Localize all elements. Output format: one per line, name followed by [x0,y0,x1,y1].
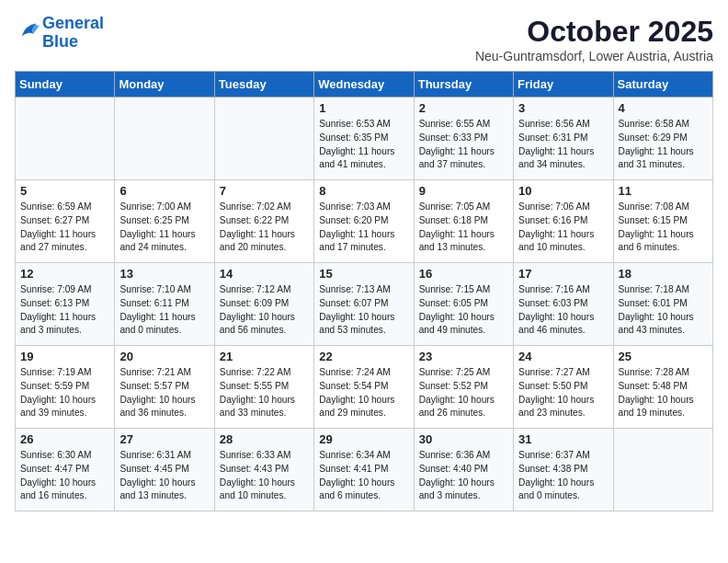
cell-sun-info: Sunrise: 7:27 AM Sunset: 5:50 PM Dayligh… [518,366,608,420]
calendar-cell: 20Sunrise: 7:21 AM Sunset: 5:57 PM Dayli… [115,346,214,429]
cell-sun-info: Sunrise: 7:10 AM Sunset: 6:11 PM Dayligh… [119,283,209,338]
header: General Blue October 2025 Neu-Guntramsdo… [15,15,713,63]
cell-sun-info: Sunrise: 7:12 AM Sunset: 6:09 PM Dayligh… [220,283,309,338]
day-number: 30 [419,432,508,446]
cell-sun-info: Sunrise: 6:55 AM Sunset: 6:33 PM Dayligh… [419,118,508,172]
calendar-cell: 10Sunrise: 7:06 AM Sunset: 6:16 PM Dayli… [514,180,613,263]
day-number: 29 [319,432,408,446]
cell-sun-info: Sunrise: 6:31 AM Sunset: 4:45 PM Dayligh… [119,449,209,503]
cell-sun-info: Sunrise: 7:24 AM Sunset: 5:54 PM Dayligh… [319,366,408,420]
day-number: 31 [518,432,608,446]
cell-sun-info: Sunrise: 6:37 AM Sunset: 4:38 PM Dayligh… [518,449,608,503]
weekday-header-cell: Thursday [414,72,513,98]
cell-sun-info: Sunrise: 7:00 AM Sunset: 6:25 PM Dayligh… [119,201,209,255]
calendar-cell: 28Sunrise: 6:33 AM Sunset: 4:43 PM Dayli… [214,429,313,511]
day-number: 6 [119,184,209,198]
calendar-cell: 14Sunrise: 7:12 AM Sunset: 6:09 PM Dayli… [214,263,313,346]
calendar-cell: 19Sunrise: 7:19 AM Sunset: 5:59 PM Dayli… [16,346,115,429]
cell-sun-info: Sunrise: 7:16 AM Sunset: 6:03 PM Dayligh… [518,283,608,338]
calendar-cell: 17Sunrise: 7:16 AM Sunset: 6:03 PM Dayli… [514,263,613,346]
calendar-cell [613,429,712,511]
calendar-cell: 31Sunrise: 6:37 AM Sunset: 4:38 PM Dayli… [514,429,613,511]
cell-sun-info: Sunrise: 7:13 AM Sunset: 6:07 PM Dayligh… [319,283,408,338]
title-area: October 2025 Neu-Guntramsdorf, Lower Aus… [475,15,713,63]
calendar-body: 1Sunrise: 6:53 AM Sunset: 6:35 PM Daylig… [16,98,713,511]
calendar-cell: 2Sunrise: 6:55 AM Sunset: 6:33 PM Daylig… [414,98,513,180]
calendar-cell: 23Sunrise: 7:25 AM Sunset: 5:52 PM Dayli… [414,346,513,429]
calendar-cell: 4Sunrise: 6:58 AM Sunset: 6:29 PM Daylig… [613,98,712,180]
day-number: 14 [220,267,309,281]
day-number: 1 [319,101,408,115]
day-number: 21 [220,350,309,363]
calendar-cell: 29Sunrise: 6:34 AM Sunset: 4:41 PM Dayli… [314,429,414,511]
calendar-cell: 22Sunrise: 7:24 AM Sunset: 5:54 PM Dayli… [314,346,414,429]
calendar-cell: 1Sunrise: 6:53 AM Sunset: 6:35 PM Daylig… [314,98,414,180]
calendar-cell [16,98,115,180]
day-number: 10 [518,184,608,198]
calendar-cell: 6Sunrise: 7:00 AM Sunset: 6:25 PM Daylig… [115,180,214,263]
cell-sun-info: Sunrise: 6:56 AM Sunset: 6:31 PM Dayligh… [518,118,608,172]
cell-sun-info: Sunrise: 7:15 AM Sunset: 6:05 PM Dayligh… [419,283,508,338]
cell-sun-info: Sunrise: 6:53 AM Sunset: 6:35 PM Dayligh… [319,118,408,172]
day-number: 11 [619,184,708,198]
calendar-cell: 5Sunrise: 6:59 AM Sunset: 6:27 PM Daylig… [16,180,115,263]
logo-icon [17,18,42,44]
weekday-header-cell: Saturday [613,72,712,98]
calendar-cell: 9Sunrise: 7:05 AM Sunset: 6:18 PM Daylig… [414,180,513,263]
calendar-week-row: 1Sunrise: 6:53 AM Sunset: 6:35 PM Daylig… [16,98,713,180]
cell-sun-info: Sunrise: 7:28 AM Sunset: 5:48 PM Dayligh… [619,366,708,420]
cell-sun-info: Sunrise: 7:22 AM Sunset: 5:55 PM Dayligh… [220,366,309,420]
calendar-cell [115,98,214,180]
day-number: 17 [518,267,608,281]
cell-sun-info: Sunrise: 7:21 AM Sunset: 5:57 PM Dayligh… [119,366,209,420]
calendar-week-row: 19Sunrise: 7:19 AM Sunset: 5:59 PM Dayli… [16,346,713,429]
cell-sun-info: Sunrise: 7:08 AM Sunset: 6:15 PM Dayligh… [619,201,708,255]
calendar-cell: 30Sunrise: 6:36 AM Sunset: 4:40 PM Dayli… [414,429,513,511]
day-number: 20 [119,350,209,363]
calendar-cell: 3Sunrise: 6:56 AM Sunset: 6:31 PM Daylig… [514,98,613,180]
cell-sun-info: Sunrise: 7:03 AM Sunset: 6:20 PM Dayligh… [319,201,408,255]
cell-sun-info: Sunrise: 7:05 AM Sunset: 6:18 PM Dayligh… [419,201,508,255]
calendar-cell: 27Sunrise: 6:31 AM Sunset: 4:45 PM Dayli… [115,429,214,511]
day-number: 15 [319,267,408,281]
calendar-cell: 11Sunrise: 7:08 AM Sunset: 6:15 PM Dayli… [613,180,712,263]
calendar-cell: 21Sunrise: 7:22 AM Sunset: 5:55 PM Dayli… [214,346,313,429]
day-number: 4 [619,101,708,115]
cell-sun-info: Sunrise: 6:58 AM Sunset: 6:29 PM Dayligh… [619,118,708,172]
day-number: 13 [119,267,209,281]
calendar-cell: 16Sunrise: 7:15 AM Sunset: 6:05 PM Dayli… [414,263,513,346]
calendar-cell: 7Sunrise: 7:02 AM Sunset: 6:22 PM Daylig… [214,180,313,263]
calendar-week-row: 5Sunrise: 6:59 AM Sunset: 6:27 PM Daylig… [16,180,713,263]
day-number: 7 [220,184,309,198]
cell-sun-info: Sunrise: 7:02 AM Sunset: 6:22 PM Dayligh… [220,201,309,255]
logo: General Blue [15,15,104,52]
cell-sun-info: Sunrise: 6:36 AM Sunset: 4:40 PM Dayligh… [419,449,508,503]
calendar-cell [214,98,313,180]
cell-sun-info: Sunrise: 6:30 AM Sunset: 4:47 PM Dayligh… [20,449,109,503]
cell-sun-info: Sunrise: 7:19 AM Sunset: 5:59 PM Dayligh… [20,366,109,420]
day-number: 23 [419,350,508,363]
cell-sun-info: Sunrise: 7:25 AM Sunset: 5:52 PM Dayligh… [419,366,508,420]
day-number: 28 [220,432,309,446]
calendar-week-row: 26Sunrise: 6:30 AM Sunset: 4:47 PM Dayli… [16,429,713,511]
weekday-header-cell: Monday [115,72,214,98]
day-number: 19 [20,350,109,363]
calendar-cell: 15Sunrise: 7:13 AM Sunset: 6:07 PM Dayli… [314,263,414,346]
weekday-header-cell: Friday [514,72,613,98]
day-number: 8 [319,184,408,198]
calendar-table: SundayMondayTuesdayWednesdayThursdayFrid… [15,71,713,511]
calendar-cell: 25Sunrise: 7:28 AM Sunset: 5:48 PM Dayli… [613,346,712,429]
cell-sun-info: Sunrise: 7:18 AM Sunset: 6:01 PM Dayligh… [619,283,708,338]
day-number: 16 [419,267,508,281]
calendar-cell: 26Sunrise: 6:30 AM Sunset: 4:47 PM Dayli… [16,429,115,511]
day-number: 25 [619,350,708,363]
location-subtitle: Neu-Guntramsdorf, Lower Austria, Austria [475,49,713,63]
calendar-cell: 13Sunrise: 7:10 AM Sunset: 6:11 PM Dayli… [115,263,214,346]
day-number: 9 [419,184,508,198]
day-number: 12 [20,267,109,281]
day-number: 3 [518,101,608,115]
calendar-cell: 24Sunrise: 7:27 AM Sunset: 5:50 PM Dayli… [514,346,613,429]
day-number: 2 [419,101,508,115]
calendar-cell: 18Sunrise: 7:18 AM Sunset: 6:01 PM Dayli… [613,263,712,346]
day-number: 18 [619,267,708,281]
